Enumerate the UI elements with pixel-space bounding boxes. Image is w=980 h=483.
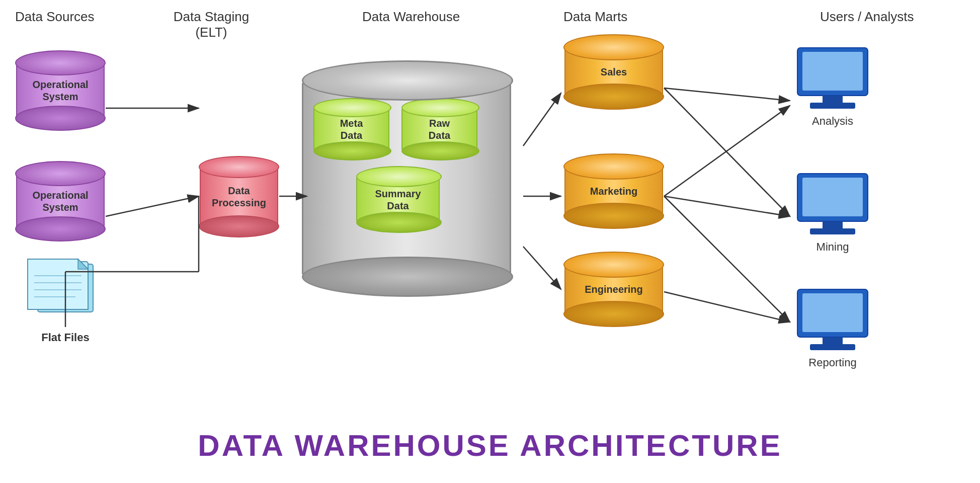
mining-computer: Mining: [795, 171, 870, 254]
data-processing-label: Data Processing: [212, 185, 266, 209]
mining-label: Mining: [816, 240, 849, 254]
svg-rect-26: [802, 52, 863, 91]
svg-rect-28: [810, 103, 855, 109]
meta-data-cyl: Meta Data: [313, 98, 391, 160]
diagram-container: Data Sources Data Staging(ELT) Data Ware…: [0, 0, 980, 483]
label-data-staging: Data Staging(ELT): [171, 9, 252, 40]
flat-files: Flat Files: [25, 257, 106, 344]
label-users-analysts: Users / Analysts: [820, 9, 914, 25]
main-title: DATA WAREHOUSE ARCHITECTURE: [198, 428, 782, 463]
svg-rect-36: [810, 344, 855, 350]
label-data-marts: Data Marts: [563, 9, 627, 25]
sales-label: Sales: [601, 66, 627, 78]
svg-rect-31: [823, 221, 843, 229]
op-system-2-label: Operational System: [32, 189, 88, 213]
meta-data-label: Meta Data: [333, 117, 370, 141]
svg-line-11: [664, 88, 790, 101]
summary-data-cyl: Summary Data: [356, 166, 442, 233]
raw-data-cyl: Raw Data: [401, 98, 479, 160]
raw-data-label: Raw Data: [421, 117, 458, 141]
op-system-1: Operational System: [10, 50, 111, 131]
svg-line-8: [523, 93, 561, 146]
op-system-2: Operational System: [10, 161, 111, 242]
svg-line-14: [664, 196, 790, 216]
svg-rect-34: [802, 293, 863, 332]
svg-rect-32: [810, 228, 855, 234]
marketing-label: Marketing: [590, 185, 637, 197]
label-data-sources: Data Sources: [15, 9, 95, 25]
svg-line-16: [664, 196, 790, 322]
svg-rect-35: [823, 337, 843, 345]
analysis-computer: Analysis: [795, 45, 870, 128]
svg-line-12: [664, 106, 790, 196]
svg-line-3: [106, 196, 199, 216]
analysis-label: Analysis: [812, 115, 853, 128]
marketing-mart: Marketing: [558, 153, 669, 229]
svg-rect-30: [802, 178, 863, 216]
reporting-label: Reporting: [808, 356, 856, 369]
svg-rect-27: [823, 96, 843, 104]
data-processing: Data Processing: [199, 156, 279, 237]
summary-data-label: Summary Data: [375, 188, 421, 212]
sales-mart: Sales: [558, 34, 669, 110]
engineering-mart: Engineering: [558, 252, 669, 327]
svg-line-15: [664, 292, 790, 322]
reporting-computer: Reporting: [795, 287, 870, 369]
svg-line-13: [664, 88, 790, 216]
flat-files-label: Flat Files: [25, 331, 106, 344]
label-data-warehouse: Data Warehouse: [362, 9, 460, 25]
data-warehouse: Meta Data Raw Data: [302, 60, 513, 297]
engineering-label: Engineering: [585, 283, 643, 295]
svg-line-10: [523, 247, 561, 289]
op-system-1-label: Operational System: [32, 78, 88, 103]
